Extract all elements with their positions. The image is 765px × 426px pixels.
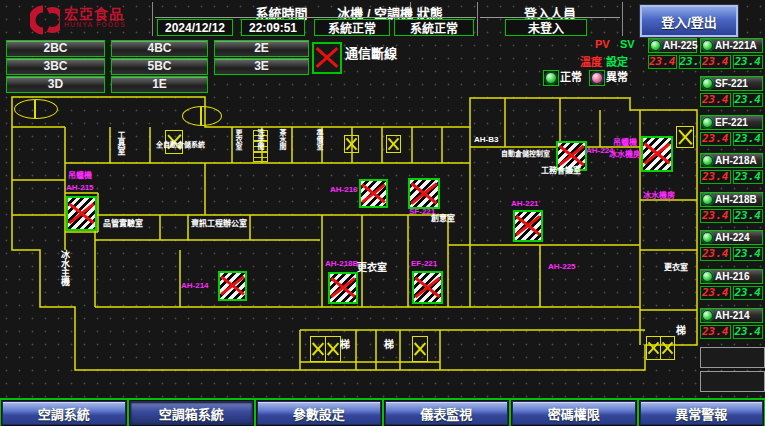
ahu-icon-comm-fail[interactable]	[641, 136, 673, 172]
elevator-icon	[646, 336, 661, 360]
unit-led	[702, 117, 713, 128]
unit-readings: 23.4 23.4	[700, 170, 763, 184]
room-label: 工具室	[116, 131, 125, 161]
equipment-label: AH-215	[66, 183, 94, 192]
floor-button-5bc[interactable]: 5BC	[111, 58, 208, 75]
pv-value: 23.4	[700, 325, 731, 339]
nav-button-ac-system[interactable]: 空調系統	[2, 401, 126, 425]
nav-cell: 儀表監視	[383, 399, 511, 426]
elevator-icon	[325, 336, 341, 362]
unit-button-ah-214[interactable]: AH-214	[700, 308, 763, 323]
logo-icon	[30, 5, 60, 35]
logo-title: 宏亞食品	[64, 8, 126, 21]
sv-value: 23.4	[733, 247, 764, 261]
pv-header: PV	[595, 38, 610, 50]
ahu-icon-comm-fail[interactable]	[412, 271, 443, 304]
equipment-label: 冰水機房	[643, 191, 675, 200]
pv-value: 23.4	[700, 209, 731, 223]
divider	[622, 2, 623, 36]
room-label: 冰水主機	[60, 250, 69, 302]
unit-button-ah-224[interactable]: AH-224	[700, 230, 763, 245]
separator	[313, 17, 476, 18]
ahu-icon-comm-fail[interactable]	[513, 210, 543, 242]
floor-button-3bc[interactable]: 3BC	[6, 58, 105, 75]
unit-button-sf-221[interactable]: SF-221	[700, 76, 763, 91]
ahu-icon-comm-fail[interactable]	[328, 272, 358, 304]
unit-name: AH-214	[715, 310, 749, 321]
equipment-label: AH-221	[511, 199, 539, 208]
unit-readings: 23.4 23.4	[700, 286, 763, 300]
floor-button-3d[interactable]: 3D	[6, 76, 105, 93]
unit-button-ah-218b[interactable]: AH-218B	[700, 192, 763, 207]
ahu-icon-comm-fail[interactable]	[66, 196, 97, 231]
nav-button-abnormal-alarm[interactable]: 異常警報	[640, 401, 764, 425]
floor-button-2bc[interactable]: 2BC	[6, 40, 105, 57]
unit-readings: 23.4 23.4	[700, 93, 763, 107]
room-label: 洗手間	[256, 129, 265, 161]
unit-led	[702, 78, 713, 89]
nav-cell: 密碼權限	[510, 399, 638, 426]
unit-button-ah-218a[interactable]: AH-218A	[700, 153, 763, 168]
unit-name: AH-224	[715, 232, 749, 243]
room-label: 梯	[384, 340, 394, 349]
unit-led	[702, 310, 713, 321]
room-label: 茶水間	[278, 129, 287, 161]
comm-fail-label: 通信斷線	[345, 49, 397, 58]
unit-led	[702, 271, 713, 282]
system-time-value: 22:09:51	[241, 19, 305, 36]
logo: 宏亞食品 HUNYA FOODS	[30, 5, 126, 35]
unit-led	[702, 232, 713, 243]
floor-button-4bc[interactable]: 4BC	[111, 40, 208, 57]
sv-value: 23.4	[733, 286, 764, 300]
unit-button-ah-221a[interactable]: AH-221A	[700, 38, 763, 53]
unit-readings: 23.4 23.4	[700, 325, 763, 339]
unit-button-ah-216[interactable]: AH-216	[700, 269, 763, 284]
abnormal-label: 異常	[606, 73, 628, 82]
nav-button-meter-monitoring[interactable]: 儀表監視	[385, 401, 509, 425]
elevator-icon	[310, 336, 326, 362]
nav-cell: 空調系統	[0, 399, 128, 426]
empty-unit-slot	[700, 347, 765, 368]
divider	[477, 2, 478, 36]
nav-button-parameter-settings[interactable]: 參數設定	[257, 401, 381, 425]
login-logout-button[interactable]: 登入/登出	[640, 5, 738, 37]
unit-name: AH-218A	[715, 155, 757, 166]
comm-fail-icon	[312, 42, 342, 74]
ahu-icon-comm-fail[interactable]	[359, 179, 388, 208]
ahu-icon-comm-fail[interactable]	[218, 271, 247, 301]
pv-value: 23.4	[648, 55, 677, 69]
pv-value: 23.4	[700, 55, 731, 69]
equipment-label: 吊蠟機	[68, 171, 92, 180]
pv-value: 23.4	[700, 247, 731, 261]
bottom-nav: 空調系統 空調箱系統 參數設定 儀表監視 密碼權限 異常警報	[0, 398, 765, 426]
stair-icon	[182, 106, 222, 126]
room-label: 資訊工程辦公室	[191, 219, 247, 228]
nav-button-password-authority[interactable]: 密碼權限	[512, 401, 636, 425]
room-label: 更衣室	[664, 263, 688, 272]
unit-button-ef-221[interactable]: EF-221	[700, 115, 763, 130]
unit-button-ah-225[interactable]: AH-225	[648, 38, 697, 53]
unit-readings: 23.4 23.4	[700, 132, 763, 146]
floor-button-2e[interactable]: 2E	[214, 40, 309, 57]
shaft-icon	[344, 135, 359, 153]
room-label: 全自動倉儲系統	[156, 140, 205, 149]
equipment-label: 冰水機房	[609, 150, 641, 159]
sv-label: 設定	[606, 53, 628, 69]
unit-readings: 23.4 23.4	[648, 55, 697, 69]
logo-subtitle: HUNYA FOODS	[64, 21, 126, 28]
room-label: 更衣室	[234, 129, 243, 161]
room-label: 梯	[340, 340, 350, 349]
unit-led	[702, 155, 713, 166]
hmi-screen: { "header": { "logo_title": "宏亞食品", "log…	[0, 0, 765, 426]
floor-button-1e[interactable]: 1E	[111, 76, 208, 93]
nav-button-ahu-system[interactable]: 空調箱系統	[130, 401, 254, 425]
unit-readings: 23.4 23.4	[700, 209, 763, 223]
unit-led	[650, 40, 661, 51]
login-status: 未登入	[505, 19, 587, 36]
unit-name: AH-218B	[715, 194, 757, 205]
unit-name: AH-225	[663, 40, 697, 51]
ahu-icon-comm-fail[interactable]	[408, 178, 440, 209]
floor-button-3e[interactable]: 3E	[214, 58, 309, 75]
pv-value: 23.4	[700, 93, 731, 107]
equipment-label: AH-216	[330, 185, 358, 194]
